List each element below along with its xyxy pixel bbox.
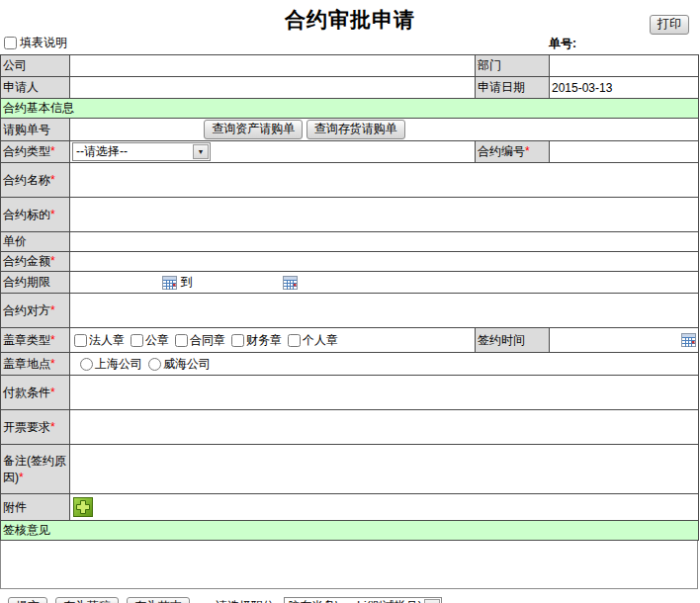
- order-no-label: 单号:: [549, 36, 576, 52]
- contract-no-label: 合约编号*: [476, 141, 550, 163]
- remarks-label: 备注(签约原因)*: [1, 445, 70, 494]
- sign-time-input[interactable]: [550, 328, 699, 353]
- seal-place-shanghai-radio[interactable]: [80, 358, 93, 371]
- applicant-input[interactable]: [70, 77, 476, 99]
- attachment-label: 附件: [1, 494, 70, 521]
- contract-type-select[interactable]: --请选择-- ▼: [72, 142, 211, 161]
- company-input[interactable]: [70, 55, 476, 77]
- unit-price-label: 单价: [1, 232, 70, 252]
- contract-amount-label: 合约金额*: [1, 252, 70, 272]
- apply-date-value: 2015-03-13: [550, 77, 699, 99]
- period-to-text: 到: [181, 275, 193, 289]
- approval-opinion-box[interactable]: [0, 541, 698, 589]
- form-note-label: 填表说明: [20, 35, 67, 51]
- contract-name-label: 合约名称*: [1, 163, 70, 198]
- page-header: 合约审批申请 打印 填表说明 单号:: [0, 0, 700, 54]
- counterparty-input[interactable]: [70, 294, 699, 328]
- contract-no-input[interactable]: [550, 141, 699, 163]
- seal-type-label: 盖章类型*: [1, 328, 70, 353]
- contract-period-label: 合约期限: [1, 272, 70, 294]
- form-note-checkbox[interactable]: [4, 37, 17, 49]
- seal-personal-checkbox[interactable]: [288, 334, 301, 347]
- position-label: 请选择职位:: [216, 598, 278, 603]
- seal-place-label: 盖章地点*: [1, 353, 70, 376]
- payment-terms-label: 付款条件*: [1, 376, 70, 410]
- invoice-req-label: 开票要求*: [1, 410, 70, 445]
- company-label: 公司: [1, 55, 70, 77]
- save-draft-button[interactable]: 存为草稿: [55, 597, 119, 603]
- contract-subject-input[interactable]: [70, 198, 699, 232]
- submit-button[interactable]: 提交: [8, 597, 47, 603]
- applicant-label: 申请人: [1, 77, 70, 99]
- query-asset-requisition-button[interactable]: 查询资产请购单: [204, 120, 303, 139]
- seal-contract-checkbox[interactable]: [175, 334, 188, 347]
- page-title: 合约审批申请: [0, 6, 700, 34]
- contract-name-input[interactable]: [70, 163, 699, 198]
- calendar-icon[interactable]: [283, 276, 298, 290]
- query-stock-requisition-button[interactable]: 查询存货请购单: [306, 120, 405, 139]
- payment-terms-input[interactable]: [70, 376, 699, 410]
- chevron-down-icon: ▼: [193, 144, 209, 159]
- chevron-down-icon: ▼: [424, 599, 440, 603]
- sign-time-label: 签约时间: [476, 328, 550, 353]
- unit-price-input[interactable]: [70, 232, 699, 252]
- department-label: 部门: [476, 55, 550, 77]
- seal-official-checkbox[interactable]: [131, 334, 143, 347]
- requisition-no-cell: 查询资产请购单 查询存货请购单: [70, 119, 699, 141]
- department-input[interactable]: [550, 55, 699, 77]
- calendar-icon[interactable]: [162, 276, 177, 290]
- seal-finance-checkbox[interactable]: [231, 334, 244, 347]
- requisition-no-label: 请购单号: [1, 119, 70, 141]
- remarks-input[interactable]: [70, 445, 699, 494]
- contract-form-table: 公司 部门 申请人 申请日期 2015-03-13 合约基本信息 请购单号 查询…: [0, 54, 699, 541]
- section-basic-info: 合约基本信息: [1, 99, 699, 119]
- contract-amount-input[interactable]: [70, 252, 699, 272]
- print-button[interactable]: 打印: [650, 15, 689, 35]
- save-template-button[interactable]: 存为范本: [127, 597, 190, 603]
- attachment-cell: [70, 494, 699, 521]
- invoice-req-input[interactable]: [70, 410, 699, 445]
- seal-place-cell: 上海公司 威海公司: [70, 353, 699, 376]
- seal-type-cell: 法人章 公章 合同章 财务章 个人章: [70, 328, 476, 353]
- contract-type-cell: --请选择-- ▼: [70, 141, 476, 163]
- add-attachment-button[interactable]: [73, 497, 93, 517]
- seal-place-weihai-radio[interactable]: [148, 358, 161, 371]
- section-approval: 签核意见: [1, 521, 699, 541]
- calendar-icon[interactable]: [681, 333, 696, 347]
- seal-legal-checkbox[interactable]: [74, 334, 87, 347]
- counterparty-label: 合约对方*: [1, 294, 70, 328]
- contract-period-cell: 到: [70, 272, 699, 294]
- contract-subject-label: 合约标的*: [1, 198, 70, 232]
- apply-date-label: 申请日期: [476, 77, 550, 99]
- position-select[interactable]: 胶东半岛\ceshi(测试帐号) ▼: [284, 597, 441, 603]
- contract-type-label: 合约类型*: [1, 141, 70, 163]
- footer-bar: 提交 存为草稿 存为范本 请选择职位: 胶东半岛\ceshi(测试帐号) ▼: [0, 596, 700, 603]
